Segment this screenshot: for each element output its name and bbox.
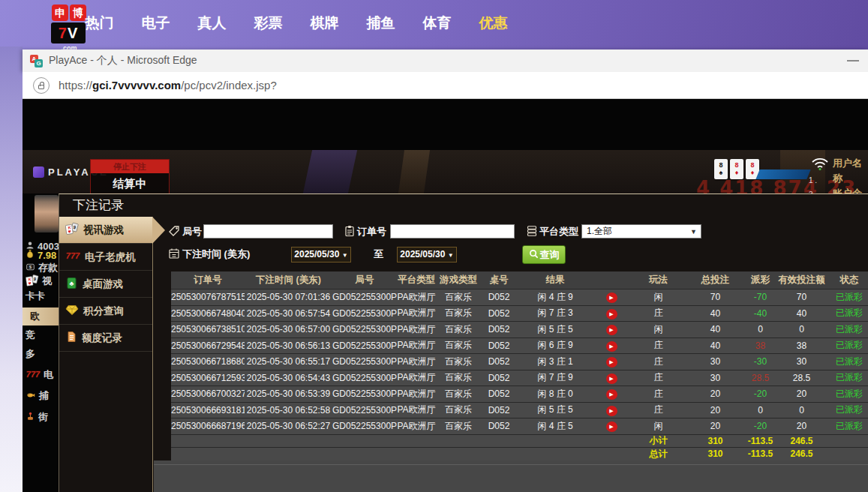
cell-col-7: ▶ <box>593 356 629 368</box>
cell-col-3: PA欧洲厅 <box>397 371 436 384</box>
nav-item-7[interactable]: 体育 <box>409 14 465 33</box>
nav-item-5[interactable]: 棋牌 <box>296 14 353 33</box>
rail-item-11[interactable]: 街 <box>26 410 48 424</box>
cell-col-8: 庄 <box>629 371 687 384</box>
cell-col-4: 百家乐 <box>436 339 481 352</box>
nav-item-4[interactable]: 彩票 <box>240 14 296 33</box>
rail-item-label: 电 <box>44 368 53 382</box>
nav-item-1[interactable]: 热门 <box>71 14 128 33</box>
play-video-button[interactable]: ▶ <box>606 422 617 432</box>
cell-col-4: 百家乐 <box>436 388 481 400</box>
cell-col-5: D052 <box>481 340 517 351</box>
rail-item-8[interactable]: 多 <box>26 346 35 362</box>
order-icon <box>344 225 356 237</box>
nav-item-3[interactable]: 真人 <box>184 14 240 33</box>
play-video-button[interactable]: ▶ <box>606 374 617 384</box>
cell-col-6: 闲 7 庄 9 <box>517 371 593 384</box>
cell-col-12: 已派彩 <box>826 420 868 433</box>
cell-col-2: GD052255300PU <box>332 292 397 302</box>
play-video-button[interactable]: ▶ <box>606 357 617 368</box>
rail-item-9[interactable]: 777电 <box>26 368 53 382</box>
dealt-cards: 8♠8♦8♦ <box>714 159 759 179</box>
cell-col-10: -20 <box>743 388 777 399</box>
play-video-button[interactable]: ▶ <box>606 309 617 320</box>
rail-item-10[interactable]: 捕 <box>26 388 49 404</box>
sidebar-item-1[interactable]: 9K视讯游戏 <box>59 217 152 244</box>
cell-col-9: 30 <box>687 373 743 383</box>
cell-col-10: 28.5 <box>743 373 777 383</box>
desktop-edge <box>0 46 23 492</box>
rail-item-5[interactable]: 卡卡 <box>26 289 45 304</box>
rail-item-label: 街 <box>38 410 48 424</box>
cell-col-11: 38 <box>777 340 826 351</box>
sidebar-item-label: 电子老虎机 <box>85 250 136 264</box>
table-row: 2505300667295482025-05-30 06:56:13GD0522… <box>171 338 868 355</box>
cell-col-10: -20 <box>743 421 777 431</box>
date-from-button[interactable]: 2025/05/30 ▼ <box>291 247 351 262</box>
play-video-button[interactable]: ▶ <box>606 389 617 400</box>
order-input[interactable] <box>390 224 515 238</box>
cell-col-8: 总计 <box>629 448 687 460</box>
bet-records-modal: 下注记录 9K视讯游戏777电子老虎机♣桌面游戏积分查询额度记录 局号 订单号 … <box>59 194 868 492</box>
query-button[interactable]: 查询 <box>522 245 566 264</box>
play-video-button[interactable]: ▶ <box>606 292 617 303</box>
cell-col-2: GD052255300PH <box>332 421 397 431</box>
cell-col-11: 28.5 <box>777 373 826 383</box>
cell-col-0: 250530066738510 <box>171 324 245 334</box>
account-info-label: 用户名称 <box>833 156 868 186</box>
cell-col-3: 平台类型 <box>397 274 436 286</box>
deposit-icon: $ <box>26 262 35 274</box>
round-input[interactable] <box>203 224 333 238</box>
play-video-button[interactable]: ▶ <box>606 341 617 352</box>
records-icon <box>65 331 77 345</box>
svg-text:777: 777 <box>66 251 80 260</box>
cell-col-9: 总投注 <box>687 274 743 286</box>
sidebar-item-4[interactable]: 积分查询 <box>59 298 152 325</box>
url-text[interactable]: https://gci.7vvvvvv.com/pc/pcv2/index.js… <box>59 79 277 92</box>
cell-col-10: -40 <box>743 308 777 319</box>
table-games-icon: ♣ <box>65 277 78 292</box>
cards-icon: 9K <box>65 222 79 238</box>
table-row: 2505300667125932025-05-30 06:54:43GD0522… <box>171 370 868 387</box>
date-to-button[interactable]: 2025/05/30 ▼ <box>397 247 457 262</box>
play-video-button[interactable]: ▶ <box>606 406 617 416</box>
minimize-button[interactable] <box>847 60 859 62</box>
street-icon <box>26 411 35 423</box>
nav-item-6[interactable]: 捕鱼 <box>353 14 409 33</box>
nav-item-8[interactable]: 优惠 <box>465 14 521 33</box>
cell-col-2: GD052255300PJ <box>332 388 397 399</box>
cell-col-10: 38 <box>743 340 777 351</box>
address-bar[interactable]: https://gci.7vvvvvv.com/pc/pcv2/index.js… <box>23 72 868 99</box>
cell-col-8: 庄 <box>629 404 687 416</box>
rail-item-7[interactable]: 竞 <box>26 328 35 343</box>
rail-item-6[interactable]: 欧 <box>23 308 59 326</box>
avatar[interactable] <box>35 195 59 232</box>
favicon-icon: A G <box>30 55 43 68</box>
window-titlebar[interactable]: A G PlayAce - 个人 - Microsoft Edge <box>23 50 868 72</box>
cell-col-1: 2025-05-30 06:52:27 <box>245 421 332 431</box>
cell-col-5: D052 <box>481 356 517 367</box>
platform-select[interactable]: 1.全部 ▼ <box>581 224 701 238</box>
cell-col-12: 已派彩 <box>826 307 868 320</box>
game-tile[interactable]: 停止下注 结算中 <box>90 159 170 194</box>
cell-col-2: GD052255300PN <box>332 340 397 351</box>
cell-col-11: 30 <box>777 356 826 367</box>
cell-col-11: 246.5 <box>777 448 826 459</box>
cell-col-0: 250530066718680 <box>171 356 245 367</box>
cell-col-7: ▶ <box>593 340 629 352</box>
cell-col-0: 250530066729548 <box>171 340 245 351</box>
rail-item-label: 存款 <box>38 261 58 274</box>
nav-item-2[interactable]: 电子 <box>128 14 184 33</box>
cell-col-11: 有效投注额 <box>777 274 826 286</box>
cell-col-6: 闲 8 庄 0 <box>517 388 593 400</box>
play-video-button[interactable]: ▶ <box>606 325 617 335</box>
sidebar-item-5[interactable]: 额度记录 <box>59 325 152 352</box>
sidebar-item-3[interactable]: ♣桌面游戏 <box>59 271 152 298</box>
lock-icon[interactable] <box>33 77 50 94</box>
cell-col-12: 已派彩 <box>826 323 868 336</box>
rail-item-4[interactable]: 9K视 <box>26 274 52 289</box>
cell-col-8: 闲 <box>629 323 687 336</box>
round-label: 局号 <box>182 225 202 238</box>
sidebar-item-2[interactable]: 777电子老虎机 <box>59 244 152 271</box>
bet-records-table: 订单号下注时间 (美东)局号平台类型游戏类型桌号结果玩法总投注派彩有效投注额状态… <box>171 272 868 461</box>
